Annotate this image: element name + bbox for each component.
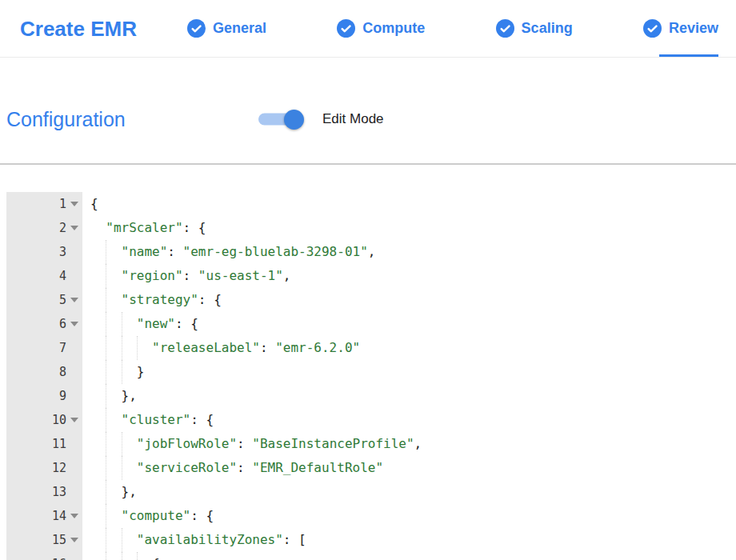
code-text: "strategy": { (82, 288, 730, 312)
fold-arrow-icon[interactable] (70, 298, 78, 302)
code-line[interactable]: "strategy": { (82, 288, 730, 312)
code-line[interactable]: "cluster": { (82, 408, 730, 432)
editor-line: 11 "jobFlowRole": "BaseInstanceProfile", (6, 432, 730, 456)
editor-line: 13 }, (6, 480, 730, 504)
editor-line: 10 "cluster": { (6, 408, 730, 432)
code-line[interactable]: "name": "emr-eg-bluelab-3298-01", (82, 240, 730, 264)
fold-arrow-icon[interactable] (70, 514, 78, 518)
line-number: 1 (59, 197, 66, 211)
code-line[interactable]: "mrScaler": { (82, 216, 730, 240)
section-title: Configuration (6, 108, 126, 131)
fold-arrow-icon[interactable] (70, 226, 78, 230)
line-number: 13 (52, 485, 66, 499)
gutter-cell: 8 (6, 360, 82, 384)
step-label: Scaling (522, 20, 573, 37)
step-tab-scaling[interactable]: Scaling (496, 19, 573, 38)
line-number: 4 (59, 269, 66, 283)
code-text: "new": { (82, 312, 730, 336)
line-number: 14 (52, 509, 66, 523)
code-line[interactable]: { (82, 192, 730, 216)
gutter-cell: 14 (6, 504, 82, 528)
step-label: Review (669, 20, 718, 37)
json-editor[interactable]: 1{2 "mrScaler": {3 "name": "emr-eg-bluel… (6, 192, 730, 560)
code-text: "cluster": { (82, 408, 730, 432)
editor-line: 6 "new": { (6, 312, 730, 336)
fold-arrow-icon[interactable] (70, 322, 78, 326)
line-number: 12 (52, 461, 66, 475)
line-number: 6 (59, 317, 66, 331)
gutter-cell: 15 (6, 528, 82, 552)
line-number: 16 (52, 557, 66, 560)
edit-mode-toggle[interactable] (258, 114, 302, 126)
code-text: } (82, 360, 730, 384)
editor-line: 12 "serviceRole": "EMR_DefaultRole" (6, 456, 730, 480)
fold-arrow-icon[interactable] (70, 418, 78, 422)
editor-line: 9 }, (6, 384, 730, 408)
editor-line: 14 "compute": { (6, 504, 730, 528)
line-number: 2 (59, 221, 66, 235)
code-line[interactable]: "serviceRole": "EMR_DefaultRole" (82, 456, 730, 480)
code-line[interactable]: } (82, 360, 730, 384)
line-number: 11 (52, 437, 66, 451)
code-text: "region": "us-east-1", (82, 264, 730, 288)
check-circle-icon (643, 19, 662, 38)
gutter-cell: 6 (6, 312, 82, 336)
edit-mode-label: Edit Mode (322, 111, 384, 127)
step-tab-review[interactable]: Review (643, 19, 718, 38)
section-divider (0, 163, 736, 165)
line-number: 15 (52, 533, 66, 547)
step-label: Compute (362, 20, 425, 37)
code-line[interactable]: { (82, 552, 730, 560)
code-text: "releaseLabel": "emr-6.2.0" (82, 336, 730, 360)
check-circle-icon (337, 19, 355, 38)
line-number: 3 (59, 245, 66, 259)
editor-line: 5 "strategy": { (6, 288, 730, 312)
code-line[interactable]: "region": "us-east-1", (82, 264, 730, 288)
gutter-cell: 7 (6, 336, 82, 360)
gutter-cell: 13 (6, 480, 82, 504)
gutter-cell: 4 (6, 264, 82, 288)
gutter-cell: 9 (6, 384, 82, 408)
configuration-section: Configuration Edit Mode (0, 102, 736, 136)
editor-line: 2 "mrScaler": { (6, 216, 730, 240)
editor-line: 8 } (6, 360, 730, 384)
check-circle-icon (496, 19, 514, 38)
toggle-knob-icon (284, 110, 304, 130)
code-text: }, (82, 384, 730, 408)
editor-line: 15 "availabilityZones": [ (6, 528, 730, 552)
code-text: "jobFlowRole": "BaseInstanceProfile", (82, 432, 730, 456)
step-label: General (213, 20, 266, 37)
code-line[interactable]: "availabilityZones": [ (82, 528, 730, 552)
code-line[interactable]: }, (82, 384, 730, 408)
fold-arrow-icon[interactable] (70, 538, 78, 542)
code-text: "name": "emr-eg-bluelab-3298-01", (82, 240, 730, 264)
code-line[interactable]: "compute": { (82, 504, 730, 528)
page-title: Create EMR (20, 16, 137, 41)
editor-line: 7 "releaseLabel": "emr-6.2.0" (6, 336, 730, 360)
editor-line: 3 "name": "emr-eg-bluelab-3298-01", (6, 240, 730, 264)
code-line[interactable]: "releaseLabel": "emr-6.2.0" (82, 336, 730, 360)
create-emr-wizard: Create EMR GeneralComputeScalingReview C… (0, 0, 736, 560)
code-line[interactable]: }, (82, 480, 730, 504)
gutter-cell: 11 (6, 432, 82, 456)
gutter-cell: 2 (6, 216, 82, 240)
step-tab-compute[interactable]: Compute (337, 19, 425, 38)
code-text: { (82, 192, 730, 216)
code-text: "compute": { (82, 504, 730, 528)
code-text: "serviceRole": "EMR_DefaultRole" (82, 456, 730, 480)
line-number: 10 (52, 413, 66, 427)
line-number: 7 (59, 341, 66, 355)
editor-line: 4 "region": "us-east-1", (6, 264, 730, 288)
editor-line: 1{ (6, 192, 730, 216)
check-circle-icon (187, 19, 206, 38)
active-tab-underline (659, 54, 718, 57)
line-number: 5 (59, 293, 66, 307)
code-line[interactable]: "jobFlowRole": "BaseInstanceProfile", (82, 432, 730, 456)
gutter-cell: 16 (6, 552, 82, 560)
gutter-cell: 5 (6, 288, 82, 312)
wizard-steps: GeneralComputeScalingReview (187, 0, 718, 57)
step-tab-general[interactable]: General (187, 19, 266, 38)
gutter-cell: 10 (6, 408, 82, 432)
fold-arrow-icon[interactable] (70, 202, 78, 206)
code-line[interactable]: "new": { (82, 312, 730, 336)
